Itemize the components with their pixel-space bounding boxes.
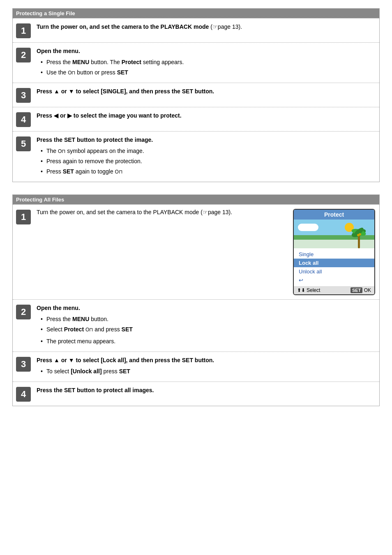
protect-menu-title: Protect <box>294 210 374 220</box>
step5-content: Press the SET button to protect the imag… <box>37 136 375 178</box>
step2-all-bullet1: Press the MENU button. <box>41 315 375 324</box>
step5-bullet2: Press again to remove the protection. <box>41 157 375 166</box>
step4-all-num: 4 <box>16 387 31 402</box>
step4-all: 4 Press the SET button to protect all im… <box>13 382 379 406</box>
step5-bullets: The O⊓ symbol appears on the image. Pres… <box>37 147 375 176</box>
step3-content: Press ▲ or ▼ to select [SINGLE], and the… <box>37 87 375 98</box>
step1-single: 1 Turn the power on, and set the camera … <box>13 18 379 42</box>
select-arrows-icon: ⬆⬇ <box>297 287 305 293</box>
step1-text: Turn the power on, and set the camera to… <box>37 23 375 31</box>
step5-bullet3: Press SET again to toggle O⊓ <box>41 167 375 176</box>
step3-all-bullet1: To select [Unlock all] press SET <box>41 367 375 376</box>
step2-all-bullet2: Select Protect O⊓ and press SET <box>41 325 375 334</box>
footer-select-label: ⬆⬇ Select <box>297 287 320 293</box>
step4-text: Press ◀ or ▶ to select the image you wan… <box>37 111 375 120</box>
step1-all-num: 1 <box>16 210 31 224</box>
step1-all-text: Turn the power on, and set the camera to… <box>37 209 285 215</box>
step3-all: 3 Press ▲ or ▼ to select [Lock all], and… <box>13 352 379 382</box>
step4-num: 4 <box>16 112 31 127</box>
palm-tree-icon <box>350 222 368 248</box>
menu-item-single: Single <box>294 250 374 259</box>
ok-text: OK <box>364 287 371 293</box>
step2-bullets: Press the MENU button. The Protect setti… <box>37 58 375 77</box>
step1-num: 1 <box>16 23 31 38</box>
section-single-file: Protecting a Single File 1 Turn the powe… <box>12 8 380 182</box>
step2-all: 2 Open the menu. Press the MENU button. … <box>13 299 379 352</box>
step3-all-bullets: To select [Unlock all] press SET <box>37 367 375 376</box>
step5-bullet1: The O⊓ symbol appears on the image. <box>41 147 375 155</box>
step3-all-content: Press ▲ or ▼ to select [Lock all], and t… <box>37 356 375 377</box>
step3-all-text: Press ▲ or ▼ to select [Lock all], and t… <box>37 356 375 365</box>
step2-single: 2 Open the menu. Press the MENU button. … <box>13 42 379 83</box>
step4-all-content: Press the SET button to protect all imag… <box>37 386 375 397</box>
step1-all-wrap: Turn the power on, and set the camera to… <box>37 209 375 295</box>
step2-all-title: Open the menu. <box>37 304 375 312</box>
select-text: Select <box>307 287 320 293</box>
step2-all-num: 2 <box>16 305 31 319</box>
protect-menu-list: Single Lock all Unlock all ↩ <box>294 248 374 286</box>
set-badge: SET <box>350 287 362 293</box>
menu-item-return: ↩ <box>294 276 374 284</box>
step5-title: Press the SET button to protect the imag… <box>37 136 375 144</box>
step2-all-extra1: The protect menu appears. <box>41 337 375 346</box>
step5-single: 5 Press the SET button to protect the im… <box>13 131 379 182</box>
step2-bullet1: Press the MENU button. The Protect setti… <box>41 58 375 67</box>
section1-header: Protecting a Single File <box>13 9 379 18</box>
protect-menu-scene <box>294 220 374 248</box>
step4-content: Press ◀ or ▶ to select the image you wan… <box>37 111 375 123</box>
footer-ok: SET OK <box>350 287 371 293</box>
step4-all-text: Press the SET button to protect all imag… <box>37 386 375 395</box>
step3-text: Press ▲ or ▼ to select [SINGLE], and the… <box>37 87 375 96</box>
step2-all-bullets: Press the MENU button. Select Protect O⊓… <box>37 315 375 334</box>
step3-single: 3 Press ▲ or ▼ to select [SINGLE], and t… <box>13 83 379 107</box>
step2-all-content: Open the menu. Press the MENU button. Se… <box>37 304 375 347</box>
menu-item-lockall: Lock all <box>294 259 374 267</box>
protect-menu-footer: ⬆⬇ Select SET OK <box>294 286 374 294</box>
cloud-shape <box>298 224 318 231</box>
svg-point-5 <box>359 233 361 236</box>
step5-num: 5 <box>16 136 31 151</box>
step1-all: 1 Turn the power on, and set the camera … <box>13 204 379 299</box>
step1-all-left: Turn the power on, and set the camera to… <box>37 209 285 215</box>
step4-single: 4 Press ◀ or ▶ to select the image you w… <box>13 107 379 131</box>
section-all-files: Protecting All Files 1 Turn the power on… <box>12 194 380 406</box>
protect-menu-image: Protect <box>293 209 375 295</box>
section2-header: Protecting All Files <box>13 195 379 204</box>
step3-all-num: 3 <box>16 357 31 372</box>
menu-item-unlockall: Unlock all <box>294 267 374 276</box>
step3-num: 3 <box>16 88 31 103</box>
step2-bullet2: Use the O⊓ button or press SET <box>41 68 375 77</box>
step1-content: Turn the power on, and set the camera to… <box>37 23 375 34</box>
step2-num: 2 <box>16 48 31 62</box>
step2-all-extra: The protect menu appears. <box>37 337 375 346</box>
step2-content: Open the menu. Press the MENU button. Th… <box>37 47 375 79</box>
step2-title: Open the menu. <box>37 47 375 56</box>
